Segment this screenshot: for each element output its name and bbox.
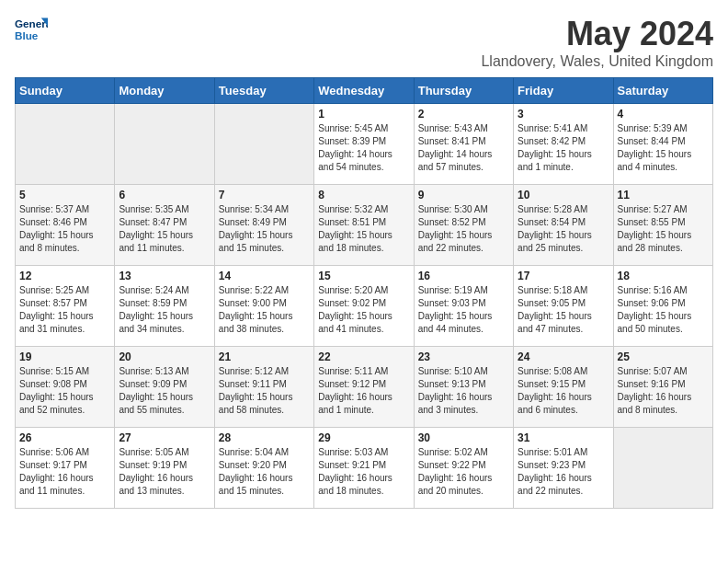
calendar-cell: 8Sunrise: 5:32 AMSunset: 8:51 PMDaylight… [314, 185, 414, 266]
day-info: Sunrise: 5:19 AMSunset: 9:03 PMDaylight:… [418, 284, 509, 336]
day-info: Sunrise: 5:05 AMSunset: 9:19 PMDaylight:… [119, 446, 210, 498]
calendar-cell: 2Sunrise: 5:43 AMSunset: 8:41 PMDaylight… [414, 104, 513, 185]
day-number: 12 [19, 270, 110, 282]
page-header: General Blue May 2024 Llandovery, Wales,… [15, 15, 713, 70]
day-info: Sunrise: 5:03 AMSunset: 9:21 PMDaylight:… [318, 446, 409, 498]
calendar-cell: 1Sunrise: 5:45 AMSunset: 8:39 PMDaylight… [314, 104, 414, 185]
day-number: 10 [518, 189, 609, 201]
calendar-cell: 30Sunrise: 5:02 AMSunset: 9:22 PMDayligh… [414, 428, 513, 509]
calendar-cell: 27Sunrise: 5:05 AMSunset: 9:19 PMDayligh… [115, 428, 214, 509]
calendar-cell: 10Sunrise: 5:28 AMSunset: 8:54 PMDayligh… [514, 185, 613, 266]
calendar-cell [613, 428, 712, 509]
calendar-cell: 22Sunrise: 5:11 AMSunset: 9:12 PMDayligh… [314, 347, 414, 428]
day-number: 20 [119, 350, 210, 363]
calendar-cell: 13Sunrise: 5:24 AMSunset: 8:59 PMDayligh… [115, 266, 214, 347]
calendar-cell: 25Sunrise: 5:07 AMSunset: 9:16 PMDayligh… [613, 347, 712, 428]
calendar-cell: 28Sunrise: 5:04 AMSunset: 9:20 PMDayligh… [214, 428, 313, 509]
day-number: 15 [318, 270, 409, 282]
day-number: 23 [418, 350, 509, 363]
day-number: 3 [518, 108, 609, 121]
day-number: 30 [418, 431, 509, 444]
day-number: 29 [318, 431, 409, 444]
calendar-cell: 29Sunrise: 5:03 AMSunset: 9:21 PMDayligh… [314, 428, 414, 509]
title-block: May 2024 Llandovery, Wales, United Kingd… [481, 15, 713, 70]
day-info: Sunrise: 5:16 AMSunset: 9:06 PMDaylight:… [618, 284, 709, 336]
calendar-table: SundayMondayTuesdayWednesdayThursdayFrid… [15, 77, 713, 509]
calendar-cell: 24Sunrise: 5:08 AMSunset: 9:15 PMDayligh… [514, 347, 613, 428]
day-info: Sunrise: 5:34 AMSunset: 8:49 PMDaylight:… [219, 203, 310, 255]
calendar-cell: 16Sunrise: 5:19 AMSunset: 9:03 PMDayligh… [414, 266, 513, 347]
day-info: Sunrise: 5:11 AMSunset: 9:12 PMDaylight:… [318, 365, 409, 417]
subtitle: Llandovery, Wales, United Kingdom [481, 53, 713, 70]
day-number: 28 [219, 431, 310, 444]
day-info: Sunrise: 5:13 AMSunset: 9:09 PMDaylight:… [119, 365, 210, 417]
calendar-cell: 11Sunrise: 5:27 AMSunset: 8:55 PMDayligh… [613, 185, 712, 266]
day-info: Sunrise: 5:01 AMSunset: 9:23 PMDaylight:… [518, 446, 609, 498]
day-info: Sunrise: 5:41 AMSunset: 8:42 PMDaylight:… [518, 122, 609, 174]
day-info: Sunrise: 5:15 AMSunset: 9:08 PMDaylight:… [19, 365, 110, 417]
day-info: Sunrise: 5:28 AMSunset: 8:54 PMDaylight:… [518, 203, 609, 255]
calendar-cell: 14Sunrise: 5:22 AMSunset: 9:00 PMDayligh… [214, 266, 313, 347]
calendar-cell: 6Sunrise: 5:35 AMSunset: 8:47 PMDaylight… [115, 185, 214, 266]
day-info: Sunrise: 5:08 AMSunset: 9:15 PMDaylight:… [518, 365, 609, 417]
day-number: 25 [618, 350, 709, 363]
day-number: 26 [19, 431, 110, 444]
logo-icon: General Blue [15, 15, 48, 48]
day-info: Sunrise: 5:06 AMSunset: 9:17 PMDaylight:… [19, 446, 110, 498]
calendar-header-friday: Friday [514, 78, 613, 104]
calendar-cell [115, 104, 214, 185]
calendar-week-3: 12Sunrise: 5:25 AMSunset: 8:57 PMDayligh… [16, 266, 713, 347]
day-number: 1 [318, 108, 409, 121]
calendar-week-4: 19Sunrise: 5:15 AMSunset: 9:08 PMDayligh… [16, 347, 713, 428]
day-number: 5 [19, 189, 110, 201]
day-info: Sunrise: 5:37 AMSunset: 8:46 PMDaylight:… [19, 203, 110, 255]
calendar-cell: 15Sunrise: 5:20 AMSunset: 9:02 PMDayligh… [314, 266, 414, 347]
calendar-cell: 3Sunrise: 5:41 AMSunset: 8:42 PMDaylight… [514, 104, 613, 185]
day-info: Sunrise: 5:24 AMSunset: 8:59 PMDaylight:… [119, 284, 210, 336]
calendar-cell: 21Sunrise: 5:12 AMSunset: 9:11 PMDayligh… [214, 347, 313, 428]
day-number: 7 [219, 189, 310, 201]
calendar-cell: 17Sunrise: 5:18 AMSunset: 9:05 PMDayligh… [514, 266, 613, 347]
day-number: 14 [219, 270, 310, 282]
day-number: 6 [119, 189, 210, 201]
day-info: Sunrise: 5:45 AMSunset: 8:39 PMDaylight:… [318, 122, 409, 174]
calendar-week-5: 26Sunrise: 5:06 AMSunset: 9:17 PMDayligh… [16, 428, 713, 509]
day-info: Sunrise: 5:12 AMSunset: 9:11 PMDaylight:… [219, 365, 310, 417]
calendar-cell: 9Sunrise: 5:30 AMSunset: 8:52 PMDaylight… [414, 185, 513, 266]
logo: General Blue [15, 15, 48, 48]
day-info: Sunrise: 5:25 AMSunset: 8:57 PMDaylight:… [19, 284, 110, 336]
day-number: 16 [418, 270, 509, 282]
day-info: Sunrise: 5:39 AMSunset: 8:44 PMDaylight:… [618, 122, 709, 174]
calendar-cell: 12Sunrise: 5:25 AMSunset: 8:57 PMDayligh… [16, 266, 115, 347]
calendar-week-2: 5Sunrise: 5:37 AMSunset: 8:46 PMDaylight… [16, 185, 713, 266]
day-number: 22 [318, 350, 409, 363]
calendar-header: SundayMondayTuesdayWednesdayThursdayFrid… [16, 78, 713, 104]
calendar-cell: 31Sunrise: 5:01 AMSunset: 9:23 PMDayligh… [514, 428, 613, 509]
calendar-cell: 19Sunrise: 5:15 AMSunset: 9:08 PMDayligh… [16, 347, 115, 428]
day-number: 13 [119, 270, 210, 282]
day-number: 27 [119, 431, 210, 444]
day-number: 8 [318, 189, 409, 201]
day-info: Sunrise: 5:02 AMSunset: 9:22 PMDaylight:… [418, 446, 509, 498]
day-info: Sunrise: 5:10 AMSunset: 9:13 PMDaylight:… [418, 365, 509, 417]
day-info: Sunrise: 5:27 AMSunset: 8:55 PMDaylight:… [618, 203, 709, 255]
day-number: 17 [518, 270, 609, 282]
day-info: Sunrise: 5:18 AMSunset: 9:05 PMDaylight:… [518, 284, 609, 336]
calendar-header-monday: Monday [115, 78, 214, 104]
day-number: 11 [618, 189, 709, 201]
calendar-cell: 5Sunrise: 5:37 AMSunset: 8:46 PMDaylight… [16, 185, 115, 266]
day-number: 4 [618, 108, 709, 121]
calendar-header-thursday: Thursday [414, 78, 513, 104]
calendar-header-saturday: Saturday [613, 78, 712, 104]
calendar-week-1: 1Sunrise: 5:45 AMSunset: 8:39 PMDaylight… [16, 104, 713, 185]
calendar-header-wednesday: Wednesday [314, 78, 414, 104]
calendar-cell [214, 104, 313, 185]
day-info: Sunrise: 5:22 AMSunset: 9:00 PMDaylight:… [219, 284, 310, 336]
day-number: 21 [219, 350, 310, 363]
main-title: May 2024 [481, 15, 713, 53]
calendar-cell: 20Sunrise: 5:13 AMSunset: 9:09 PMDayligh… [115, 347, 214, 428]
day-number: 24 [518, 350, 609, 363]
day-info: Sunrise: 5:32 AMSunset: 8:51 PMDaylight:… [318, 203, 409, 255]
calendar-header-tuesday: Tuesday [214, 78, 313, 104]
day-number: 31 [518, 431, 609, 444]
